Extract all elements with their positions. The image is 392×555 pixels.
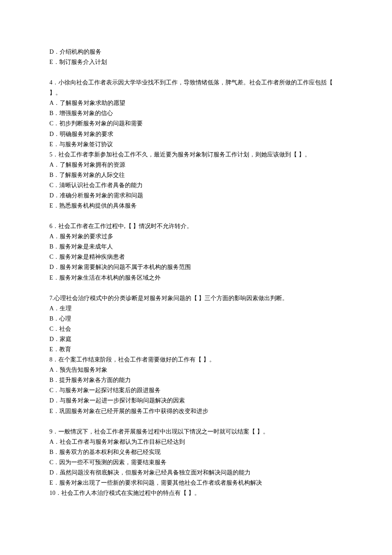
text-line: A．预先告知服务对象: [49, 365, 343, 375]
text-line: A．社会工作者与服务对象都认为工作目标已经达到: [49, 437, 343, 447]
blank-line: [49, 211, 343, 221]
text-line: C．与服务对象一起探讨结案后的跟进服务: [49, 385, 343, 396]
text-line: D．家庭: [49, 334, 343, 344]
text-line: 9．一般情况下，社会工作者开展服务过程中出现以下情况之一时就可以结案【 】。: [49, 427, 343, 437]
text-line: E．服务对象生活在本机构的服务区域之外: [49, 273, 343, 283]
blank-line: [49, 283, 343, 293]
blank-line: [49, 416, 343, 427]
text-line: A．了解服务对象求助的愿望: [49, 98, 343, 108]
text-line: C．初步判断服务对象的问题和需要: [49, 119, 343, 129]
text-line: B．增强服务对象的信心: [49, 108, 343, 119]
text-line: A．了解服务对象拥有的资源: [49, 160, 343, 170]
text-line: 10．社会工作人本治疗模式在实施过程中的特点有【 】。: [49, 488, 343, 498]
text-line: A．生理: [49, 304, 343, 314]
text-line: B．服务双方的基本权利和义务都已经实现: [49, 447, 343, 457]
text-line: E．制订服务介入计划: [49, 57, 343, 67]
text-line: C．社会: [49, 324, 343, 334]
text-line: E．服务对象出现了一些新的要求和问题，需要其他社会工作者或者服务机构解决: [49, 478, 343, 488]
text-line: D．与服务对象一起进一步探讨影响问题解决的因素: [49, 396, 343, 406]
text-line: 8．在个案工作结束阶段，社会工作者需要做好的工作有【 】。: [49, 355, 343, 365]
text-line: E．熟悉服务机构提供的具体服务: [49, 201, 343, 211]
text-line: 5．社会工作者李新参加社会工作不久，最近要为服务对象制订服务工作计划，则她应该做…: [49, 150, 343, 160]
text-line: E．与服务对象签订协议: [49, 139, 343, 150]
text-line: A．服务对象的要求过多: [49, 231, 343, 242]
text-line: D．服务对象需要解决的问题不属于本机构的服务范围: [49, 262, 343, 272]
blank-line: [49, 67, 343, 78]
text-line: D．明确服务对象的要求: [49, 129, 343, 139]
text-line: B．心理: [49, 314, 343, 324]
document-page: D．介绍机构的服务E．制订服务介入计划4．小徐向社会工作者表示因大学毕业找不到工…: [0, 0, 392, 549]
text-line: 7.心理社会治疗模式中的分类诊断是对服务对象问题的【 】三个方面的影响因素做出判…: [49, 293, 343, 304]
text-line: B．服务对象是未成年人: [49, 242, 343, 252]
text-line: B．提升服务对象各方面的能力: [49, 375, 343, 385]
text-line: E．巩固服务对象在已经开展的服务工作中获得的改变和进步: [49, 406, 343, 416]
text-line: D．虽然问题没有彻底解决，但服务对象已经具备独立面对和解决问题的能力: [49, 468, 343, 478]
text-line: C．因为一些不可预测的因素，需要结束服务: [49, 457, 343, 468]
text-line: 4．小徐向社会工作者表示因大学毕业找不到工作，导致情绪低落，脾气差。社会工作者所…: [49, 78, 343, 98]
text-line: 6．社会工作者在工作过程中,【 】情况时不允许转介。: [49, 221, 343, 231]
text-line: E．教育: [49, 344, 343, 355]
text-line: D．准确分析服务对象的需求和问题: [49, 191, 343, 201]
text-line: C．清晰认识社会工作者具备的能力: [49, 180, 343, 191]
text-line: B．了解服务对象的人际交往: [49, 170, 343, 180]
text-line: C．服务对象是精神疾病患者: [49, 252, 343, 262]
text-line: D．介绍机构的服务: [49, 47, 343, 57]
